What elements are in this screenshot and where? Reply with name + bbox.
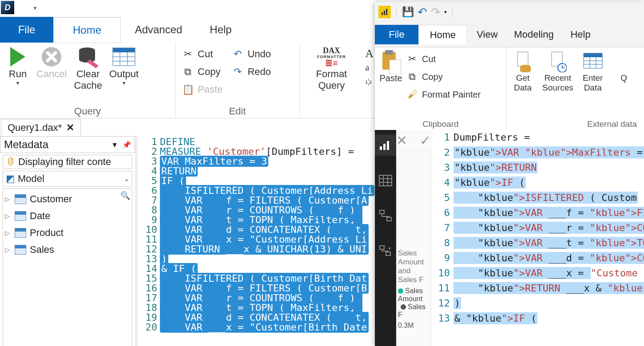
clear-cache-button[interactable]: Clear Cache	[74, 45, 102, 91]
tab-help[interactable]: Help	[196, 17, 245, 43]
chart-axis-label: 0.3M	[398, 322, 429, 330]
get-data-button[interactable]: Get Data	[511, 50, 534, 93]
pbi-tab-help[interactable]: Help	[561, 25, 600, 44]
recent-sources-button[interactable]: Recent Sources	[542, 50, 573, 93]
model-selector[interactable]: ◩Model ⌄	[3, 171, 132, 187]
paste-button[interactable]: Paste	[379, 50, 402, 103]
edit-queries-partial[interactable]: Q	[612, 50, 636, 93]
code-editor[interactable]: 1234567891011121314151617181920 DEFINEME…	[138, 136, 375, 346]
cut-label: Cut	[198, 48, 213, 60]
expand-icon[interactable]: ▷	[5, 246, 11, 253]
table-item[interactable]: ▷Sales	[5, 241, 130, 258]
copy-button[interactable]: ⧉ Copy	[182, 63, 223, 81]
metadata-title: Metadata	[4, 138, 48, 151]
formula-cancel-icon[interactable]: ✕	[396, 133, 407, 148]
pbi-tab-file[interactable]: File	[375, 25, 418, 44]
enter-data-label: Enter Data	[583, 73, 603, 93]
pbi-editor-content[interactable]: DumpFilters = "kblue">VAR "kblue">MaxFil…	[453, 130, 644, 346]
recent-sources-label: Recent Sources	[542, 73, 573, 93]
document-tab-label: Query1.dax*	[8, 122, 62, 134]
format-query-button[interactable]: DAX FORMATTER ≣≡ Format Query	[306, 45, 358, 91]
output-button[interactable]: Output ▾	[109, 45, 139, 86]
pbi-tab-home[interactable]: Home	[418, 25, 467, 45]
expand-icon[interactable]: ▷	[5, 196, 11, 203]
svg-rect-12	[385, 50, 393, 55]
save-icon[interactable]: 💾	[402, 6, 414, 18]
undo-icon[interactable]: ↶	[417, 5, 427, 19]
model-view-button[interactable]	[375, 205, 396, 227]
redo-label: Redo	[247, 66, 271, 78]
format-painter-button[interactable]: 🖌Format Painter	[406, 86, 481, 103]
redo-button[interactable]: ↷ Redo	[231, 63, 271, 81]
tab-home[interactable]: Home	[53, 17, 121, 43]
run-button[interactable]: Run ▾	[6, 45, 29, 86]
copy-label: Copy	[198, 66, 220, 78]
ribbon-group-edit: ✂ Cut ⧉ Copy 📋 Paste ↶ Undo	[175, 43, 300, 118]
scissors-icon: ✂	[182, 48, 194, 60]
undo-button[interactable]: ↶ Undo	[231, 45, 271, 63]
pbi-ribbon-tabs: File Home View Modeling Help	[375, 22, 644, 47]
copy-icon: ⧉	[406, 71, 418, 83]
svg-rect-14	[517, 52, 528, 66]
undo-label: Undo	[247, 48, 271, 60]
model-view-ai-button[interactable]	[375, 241, 396, 262]
qat-customize-dropdown[interactable]: ▾	[34, 5, 36, 11]
undo-icon: ↶	[231, 48, 244, 60]
paste-button: 📋 Paste	[182, 81, 223, 98]
editor-content[interactable]: DEFINEMEASURE 'Customer'[DumpFilters] = …	[160, 136, 375, 346]
pbi-editor-gutter: 12345678910111213	[431, 130, 453, 346]
table-item[interactable]: ▷Customer	[5, 191, 120, 208]
recent-icon	[546, 50, 569, 73]
database-selector[interactable]: 🛢 Displaying filter conte	[3, 155, 132, 169]
expand-icon[interactable]: ▷	[5, 212, 11, 220]
document-tab[interactable]: Query1.dax* ✕	[1, 119, 81, 136]
report-view-button[interactable]	[375, 134, 396, 156]
chart-visual[interactable]: Sales Amount and Sales F Sales Amount Sa…	[396, 245, 431, 346]
cut-button[interactable]: ✂ Cut	[182, 45, 223, 63]
canvas-column: ✕ ✓ Sales Amount and Sales F Sales Amoun…	[396, 130, 431, 346]
svg-rect-3	[113, 48, 135, 52]
paste-label: Paste	[198, 84, 223, 95]
group-label-edit: Edit	[182, 106, 293, 117]
redo-icon: ↷	[431, 5, 441, 19]
table-item[interactable]: ▷Date	[5, 208, 130, 224]
output-label: Output	[109, 68, 139, 80]
tab-advanced[interactable]: Advanced	[121, 17, 196, 43]
view-switcher	[375, 130, 396, 346]
ribbon-tabs: File Home Advanced Help	[0, 17, 375, 43]
table-icon	[112, 45, 135, 68]
svg-rect-21	[584, 53, 602, 57]
run-label: Run	[9, 68, 27, 80]
table-name: Product	[30, 227, 64, 239]
enter-data-button[interactable]: Enter Data	[581, 50, 604, 93]
formula-commit-icon[interactable]: ✓	[420, 133, 431, 148]
tables-list: 🔍 ▷Customer▷Date▷Product▷Sales	[3, 189, 132, 346]
table-item[interactable]: ▷Product	[5, 224, 130, 241]
svg-rect-27	[383, 144, 386, 150]
pbi-tab-view[interactable]: View	[467, 25, 507, 44]
model-name: Model	[18, 173, 44, 184]
ribbon-group-query: Run ▾ Cancel Clear Cache	[0, 43, 175, 118]
pbi-copy-button[interactable]: ⧉Copy	[406, 68, 481, 86]
chevron-down-icon: ⌄	[124, 175, 129, 182]
cancel-button: Cancel	[36, 45, 67, 80]
expand-icon[interactable]: ▷	[5, 229, 11, 236]
run-dropdown-icon[interactable]: ▾	[16, 80, 19, 86]
svg-rect-37	[386, 252, 390, 256]
pbi-copy-label: Copy	[422, 72, 443, 82]
format-painter-label: Format Painter	[422, 90, 481, 100]
search-icon[interactable]: 🔍	[120, 191, 130, 201]
close-icon[interactable]: ✕	[66, 122, 74, 134]
pbi-cut-button[interactable]: ✂Cut	[406, 50, 481, 68]
output-dropdown-icon[interactable]: ▾	[123, 80, 125, 86]
data-view-button[interactable]	[375, 170, 396, 191]
svg-rect-34	[380, 210, 384, 214]
metadata-header-icons[interactable]: ▼ 📌	[111, 141, 131, 149]
table-name: Date	[30, 210, 50, 222]
pbi-tab-modeling[interactable]: Modeling	[507, 25, 561, 44]
metadata-header[interactable]: Metadata ▼ 📌	[0, 136, 135, 153]
tab-file[interactable]: File	[0, 17, 53, 43]
qat-dropdown-icon[interactable]: ▾	[444, 9, 447, 15]
powerbi-window: 💾 ↶ ↷ ▾ File Home View Modeling Help Pas…	[375, 2, 644, 346]
pbi-formula-editor[interactable]: 12345678910111213 DumpFilters = "kblue">…	[431, 130, 644, 346]
